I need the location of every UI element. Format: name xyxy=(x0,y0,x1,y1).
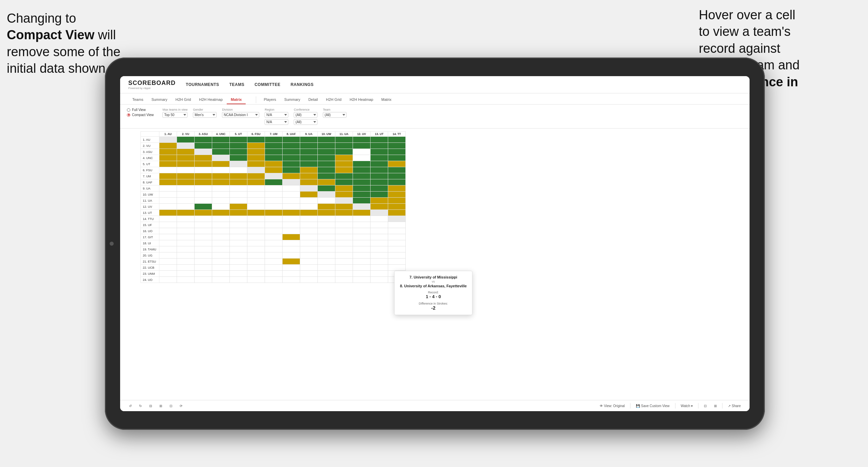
matrix-cell[interactable] xyxy=(195,277,212,283)
matrix-cell[interactable] xyxy=(159,143,177,149)
matrix-cell[interactable] xyxy=(371,277,388,283)
matrix-cell[interactable] xyxy=(247,143,265,149)
matrix-cell[interactable] xyxy=(335,265,353,271)
matrix-cell[interactable] xyxy=(283,234,300,240)
matrix-cell[interactable] xyxy=(335,198,353,204)
matrix-cell[interactable] xyxy=(212,228,230,234)
matrix-cell[interactable] xyxy=(265,185,283,192)
matrix-cell[interactable] xyxy=(177,252,195,259)
matrix-cell[interactable] xyxy=(371,234,388,240)
matrix-cell[interactable] xyxy=(177,228,195,234)
matrix-cell[interactable] xyxy=(388,222,406,228)
matrix-cell[interactable] xyxy=(335,240,353,246)
matrix-cell[interactable] xyxy=(230,179,247,185)
matrix-cell[interactable] xyxy=(265,198,283,204)
matrix-cell[interactable] xyxy=(230,252,247,259)
matrix-cell[interactable] xyxy=(353,143,371,149)
matrix-cell[interactable] xyxy=(283,185,300,192)
tab-h2h-heatmap-left[interactable]: H2H Heatmap xyxy=(195,95,227,104)
tab-h2h-grid-left[interactable]: H2H Grid xyxy=(171,95,195,104)
matrix-cell[interactable] xyxy=(265,216,283,222)
matrix-cell[interactable] xyxy=(353,204,371,210)
matrix-cell[interactable] xyxy=(371,192,388,198)
matrix-cell[interactable] xyxy=(335,192,353,198)
matrix-cell[interactable] xyxy=(230,234,247,240)
matrix-cell[interactable] xyxy=(300,167,318,173)
matrix-cell[interactable] xyxy=(283,277,300,283)
matrix-cell[interactable] xyxy=(388,179,406,185)
matrix-cell[interactable] xyxy=(283,192,300,198)
nav-tournaments[interactable]: TOURNAMENTS xyxy=(186,82,219,87)
matrix-cell[interactable] xyxy=(195,143,212,149)
matrix-cell[interactable] xyxy=(388,234,406,240)
matrix-cell[interactable] xyxy=(353,192,371,198)
matrix-cell[interactable] xyxy=(353,265,371,271)
matrix-cell[interactable] xyxy=(247,167,265,173)
matrix-cell[interactable] xyxy=(195,228,212,234)
matrix-cell[interactable] xyxy=(300,210,318,216)
matrix-cell[interactable] xyxy=(335,185,353,192)
matrix-cell[interactable] xyxy=(335,204,353,210)
matrix-cell[interactable] xyxy=(353,246,371,252)
layout-button[interactable]: ⊡ xyxy=(702,403,709,408)
matrix-cell[interactable] xyxy=(371,198,388,204)
matrix-cell[interactable] xyxy=(230,240,247,246)
matrix-cell[interactable] xyxy=(335,252,353,259)
matrix-cell[interactable] xyxy=(230,210,247,216)
matrix-cell[interactable] xyxy=(195,204,212,210)
radio-full-view[interactable]: Full View xyxy=(127,108,154,112)
matrix-cell[interactable] xyxy=(371,228,388,234)
matrix-cell[interactable] xyxy=(212,137,230,143)
matrix-cell[interactable] xyxy=(371,252,388,259)
matrix-cell[interactable] xyxy=(195,252,212,259)
matrix-cell[interactable] xyxy=(212,204,230,210)
matrix-cell[interactable] xyxy=(300,204,318,210)
matrix-cell[interactable] xyxy=(230,216,247,222)
matrix-cell[interactable] xyxy=(177,210,195,216)
matrix-cell[interactable] xyxy=(212,240,230,246)
matrix-cell[interactable] xyxy=(318,143,335,149)
matrix-cell[interactable] xyxy=(318,222,335,228)
matrix-cell[interactable] xyxy=(318,216,335,222)
matrix-cell[interactable] xyxy=(230,185,247,192)
matrix-cell[interactable] xyxy=(177,222,195,228)
tool-btn-1[interactable]: ⊟ xyxy=(147,403,154,408)
matrix-cell[interactable] xyxy=(247,161,265,167)
matrix-cell[interactable] xyxy=(195,185,212,192)
grid-button[interactable]: ⊞ xyxy=(712,403,719,408)
matrix-cell[interactable] xyxy=(318,137,335,143)
tool-btn-3[interactable]: ⊡ xyxy=(168,403,174,408)
matrix-cell[interactable] xyxy=(230,198,247,204)
matrix-cell[interactable] xyxy=(212,192,230,198)
matrix-cell[interactable] xyxy=(159,277,177,283)
matrix-cell[interactable] xyxy=(353,240,371,246)
matrix-cell[interactable] xyxy=(177,271,195,277)
matrix-cell[interactable] xyxy=(300,222,318,228)
matrix-cell[interactable] xyxy=(283,240,300,246)
matrix-cell[interactable] xyxy=(353,155,371,161)
matrix-cell[interactable] xyxy=(388,265,406,271)
matrix-cell[interactable] xyxy=(212,161,230,167)
team-select[interactable]: (All) xyxy=(323,112,347,118)
matrix-cell[interactable] xyxy=(230,155,247,161)
matrix-container[interactable]: 1. AU 2. VU 3. ASU 4. UNC 5. UT 6. FSU 7… xyxy=(120,129,750,400)
matrix-cell[interactable] xyxy=(300,246,318,252)
matrix-cell[interactable] xyxy=(159,271,177,277)
matrix-cell[interactable] xyxy=(318,240,335,246)
matrix-cell[interactable] xyxy=(177,277,195,283)
matrix-cell[interactable] xyxy=(247,137,265,143)
matrix-cell[interactable] xyxy=(353,198,371,204)
matrix-cell[interactable] xyxy=(335,216,353,222)
matrix-cell[interactable] xyxy=(159,192,177,198)
matrix-cell[interactable] xyxy=(353,222,371,228)
radio-compact-view[interactable]: Compact View xyxy=(127,113,154,117)
matrix-cell[interactable] xyxy=(318,228,335,234)
matrix-cell[interactable] xyxy=(247,198,265,204)
matrix-cell[interactable] xyxy=(388,204,406,210)
matrix-cell[interactable] xyxy=(353,271,371,277)
matrix-cell[interactable] xyxy=(159,204,177,210)
share-button[interactable]: ↗ Share xyxy=(726,403,743,408)
matrix-cell[interactable] xyxy=(388,259,406,265)
matrix-cell[interactable] xyxy=(300,277,318,283)
undo-button[interactable]: ↺ xyxy=(127,403,134,408)
